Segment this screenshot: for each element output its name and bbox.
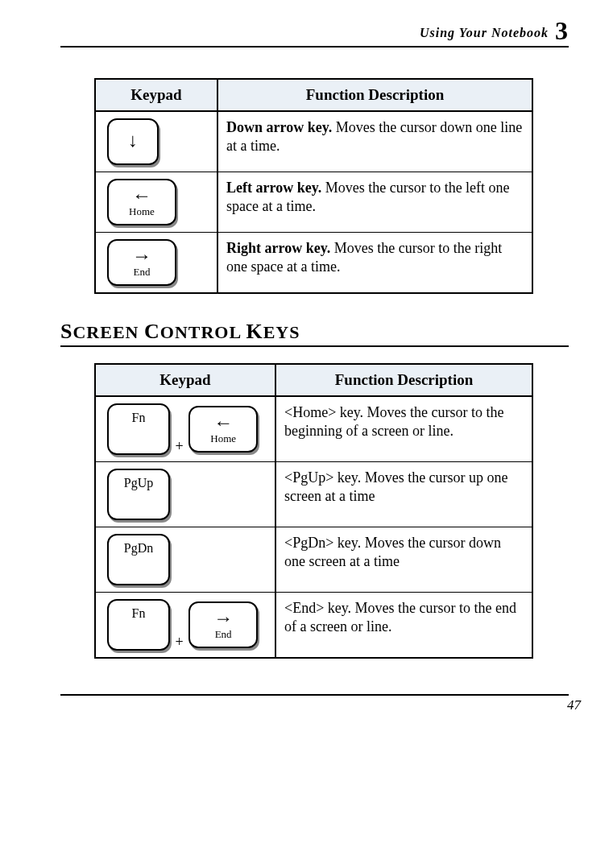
- th-function: Function Description: [275, 365, 532, 397]
- header-rule: [60, 46, 569, 48]
- section-heading: SCREEN CONTROL KEYS: [60, 320, 569, 347]
- cell-desc: Right arrow key. Moves the cursor to the…: [217, 232, 532, 292]
- table-row: Fn + ← Home <Home> key. Moves the cursor…: [96, 397, 532, 461]
- keycap-left-arrow-home: ← Home: [107, 179, 176, 225]
- cell-desc: Down arrow key. Moves the cursor down on…: [217, 112, 532, 172]
- arrow-left-icon: ←: [132, 184, 151, 206]
- plus-icon: +: [174, 437, 185, 456]
- cell-desc: <End> key. Moves the cursor to the end o…: [275, 592, 532, 657]
- arrow-right-icon: →: [132, 245, 151, 267]
- th-keypad: Keypad: [96, 80, 217, 112]
- th-keypad: Keypad: [96, 365, 275, 397]
- arrow-down-icon: ↓: [128, 129, 138, 151]
- keycap-home: ← Home: [188, 406, 258, 453]
- keycombo-fn-end: Fn + → End: [107, 615, 258, 631]
- table-row: PgDn <PgDn> key. Moves the cursor down o…: [96, 527, 532, 592]
- running-header: Using Your Notebook 3: [60, 0, 569, 46]
- table-row: Fn + → End <End> key. Moves the cursor t…: [96, 592, 532, 657]
- keycap-fn: Fn: [107, 599, 170, 651]
- cursor-keys-table: Keypad Function Description ↓ Down arrow…: [94, 78, 533, 294]
- screen-control-table: Keypad Function Description Fn + ← Home …: [94, 363, 533, 659]
- keycap-pgdn: PgDn: [107, 534, 170, 585]
- cell-desc: <PgDn> key. Moves the cursor down one sc…: [275, 527, 532, 592]
- page-number: 47: [0, 697, 613, 723]
- keycap-end: → End: [188, 601, 258, 648]
- chapter-number: 3: [555, 16, 569, 45]
- keycap-right-arrow-end: → End: [107, 239, 176, 286]
- cell-desc: <PgUp> key. Moves the cursor up one scre…: [275, 461, 532, 527]
- cell-desc: <Home> key. Moves the cursor to the begi…: [275, 397, 532, 461]
- arrow-right-icon: →: [213, 607, 233, 629]
- table-row: ↓ Down arrow key. Moves the cursor down …: [96, 112, 532, 172]
- table-row: ← Home Left arrow key. Moves the cursor …: [96, 172, 532, 232]
- keycap-pgup: PgUp: [107, 469, 170, 520]
- table-row: PgUp <PgUp> key. Moves the cursor up one…: [96, 461, 532, 527]
- keycap-fn: Fn: [107, 403, 170, 455]
- cell-desc: Left arrow key. Moves the cursor to the …: [217, 172, 532, 232]
- running-title: Using Your Notebook: [420, 26, 549, 39]
- footer-rule: [60, 694, 569, 696]
- plus-icon: +: [174, 633, 185, 651]
- table-row: → End Right arrow key. Moves the cursor …: [96, 232, 532, 292]
- keycap-down-arrow: ↓: [107, 118, 159, 165]
- th-function: Function Description: [217, 80, 532, 112]
- keycombo-fn-home: Fn + ← Home: [107, 420, 258, 436]
- arrow-left-icon: ←: [213, 411, 233, 433]
